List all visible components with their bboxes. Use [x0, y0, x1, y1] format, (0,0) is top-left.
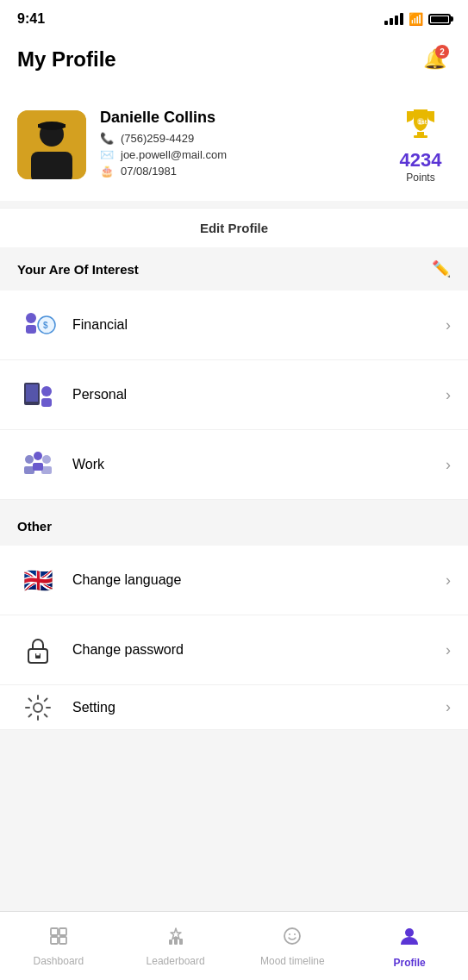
- personal-label: Personal: [72, 387, 446, 403]
- nav-item-leaderboard[interactable]: Leaderboard: [117, 912, 234, 980]
- interest-item-financial[interactable]: $ Financial ›: [0, 290, 468, 360]
- profile-name: Danielle Collins: [100, 109, 377, 127]
- svg-rect-16: [41, 398, 52, 407]
- personal-icon: [17, 374, 59, 415]
- profile-card: Danielle Collins 📞 (756)259-4429 ✉️ joe.…: [0, 89, 468, 201]
- svg-point-36: [289, 933, 290, 935]
- svg-point-27: [34, 703, 42, 712]
- svg-rect-2: [31, 152, 72, 179]
- settings-label: Setting: [72, 700, 446, 715]
- svg-rect-4: [38, 124, 66, 128]
- signal-icon: [384, 13, 403, 25]
- change-language-label: Change language: [72, 572, 446, 588]
- birthday-icon: 🎂: [100, 165, 114, 178]
- chevron-right-icon: ›: [446, 698, 451, 716]
- flag-icon: 🇬🇧: [17, 559, 59, 601]
- svg-rect-14: [26, 384, 38, 402]
- svg-point-19: [42, 455, 51, 464]
- nav-item-profile[interactable]: Profile: [351, 912, 468, 980]
- other-item-change-language[interactable]: 🇬🇧 Change language ›: [0, 546, 468, 615]
- mood-icon: [282, 926, 303, 952]
- notification-button[interactable]: 🔔 2: [418, 43, 451, 76]
- email-detail: ✉️ joe.powell@mail.com: [100, 148, 377, 161]
- edit-profile-section: Edit Profile: [0, 208, 468, 247]
- svg-rect-28: [51, 928, 58, 935]
- svg-point-38: [405, 928, 414, 937]
- profile-info: Danielle Collins 📞 (756)259-4429 ✉️ joe.…: [100, 109, 377, 181]
- interest-item-personal[interactable]: Personal ›: [0, 360, 468, 430]
- profile-nav-label: Profile: [393, 957, 425, 969]
- svg-point-9: [26, 313, 36, 323]
- svg-rect-34: [179, 939, 183, 945]
- phone-value: (756)259-4429: [121, 132, 194, 145]
- chevron-right-icon: ›: [446, 456, 451, 474]
- svg-point-21: [34, 452, 42, 460]
- header: My Profile 🔔 2: [0, 34, 468, 89]
- change-password-label: Change password: [72, 642, 446, 658]
- leaderboard-nav-label: Leaderboard: [147, 955, 205, 967]
- wifi-icon: 📶: [409, 12, 423, 26]
- work-label: Work: [72, 457, 446, 472]
- notification-badge: 2: [435, 45, 449, 59]
- chevron-right-icon: ›: [446, 641, 451, 659]
- email-icon: ✉️: [100, 148, 114, 161]
- avatar: [17, 110, 86, 179]
- svg-point-37: [294, 933, 296, 935]
- settings-icon: [17, 687, 59, 728]
- svg-rect-33: [174, 937, 178, 945]
- svg-rect-10: [26, 325, 36, 334]
- other-item-settings[interactable]: Setting ›: [0, 685, 468, 730]
- svg-rect-26: [38, 655, 39, 658]
- svg-rect-30: [51, 937, 58, 944]
- svg-text:$: $: [43, 321, 48, 330]
- svg-rect-5: [417, 132, 424, 135]
- status-time: 9:41: [17, 11, 45, 27]
- profile-nav-icon: [397, 924, 421, 953]
- page-title: My Profile: [17, 47, 116, 72]
- status-icons: 📶: [384, 12, 451, 26]
- nav-item-dashboard[interactable]: Dashboard: [0, 912, 117, 980]
- other-section-title: Other: [17, 519, 52, 534]
- phone-icon: 📞: [100, 132, 114, 145]
- interest-item-work[interactable]: Work ›: [0, 430, 468, 500]
- battery-icon: [428, 14, 451, 25]
- chevron-right-icon: ›: [446, 571, 451, 590]
- lock-icon: [17, 629, 59, 671]
- dashboard-icon: [48, 926, 69, 952]
- edit-interest-icon[interactable]: ✏️: [432, 259, 451, 278]
- svg-rect-6: [414, 135, 427, 138]
- interest-section-title: Your Are Of Interest: [17, 262, 139, 277]
- status-bar: 9:41 📶: [0, 0, 468, 34]
- svg-point-35: [284, 928, 300, 944]
- svg-rect-31: [59, 937, 66, 944]
- points-value: 4234: [400, 149, 442, 172]
- dob-value: 07/08/1981: [121, 165, 177, 178]
- svg-rect-32: [169, 939, 172, 945]
- dob-detail: 🎂 07/08/1981: [100, 165, 377, 178]
- svg-point-15: [41, 386, 52, 396]
- points-section: 1st 4234 Points: [390, 106, 451, 184]
- other-section-header: Other: [0, 507, 468, 546]
- other-section: Other 🇬🇧 Change language › Change passwo…: [0, 507, 468, 730]
- other-item-change-password[interactable]: Change password ›: [0, 615, 468, 685]
- svg-text:1st: 1st: [418, 119, 427, 125]
- svg-rect-29: [59, 928, 66, 935]
- nav-item-mood-timeline[interactable]: Mood timeline: [234, 912, 352, 980]
- chevron-right-icon: ›: [446, 386, 451, 404]
- interest-section-header: Your Are Of Interest ✏️: [0, 247, 468, 290]
- leaderboard-icon: [165, 926, 186, 952]
- bottom-nav: Dashboard Leaderboard Mood timeline: [0, 911, 468, 980]
- svg-point-17: [25, 455, 34, 464]
- trophy-icon: 1st: [403, 106, 438, 147]
- financial-label: Financial: [72, 317, 446, 333]
- mood-timeline-nav-label: Mood timeline: [260, 955, 325, 967]
- chevron-right-icon: ›: [446, 316, 451, 334]
- work-icon: [17, 444, 59, 485]
- phone-detail: 📞 (756)259-4429: [100, 132, 377, 145]
- points-label: Points: [406, 172, 434, 184]
- email-value: joe.powell@mail.com: [121, 148, 227, 161]
- financial-icon: $: [17, 304, 59, 346]
- edit-profile-button[interactable]: Edit Profile: [200, 221, 268, 235]
- svg-rect-22: [33, 463, 43, 471]
- dashboard-nav-label: Dashboard: [34, 955, 84, 967]
